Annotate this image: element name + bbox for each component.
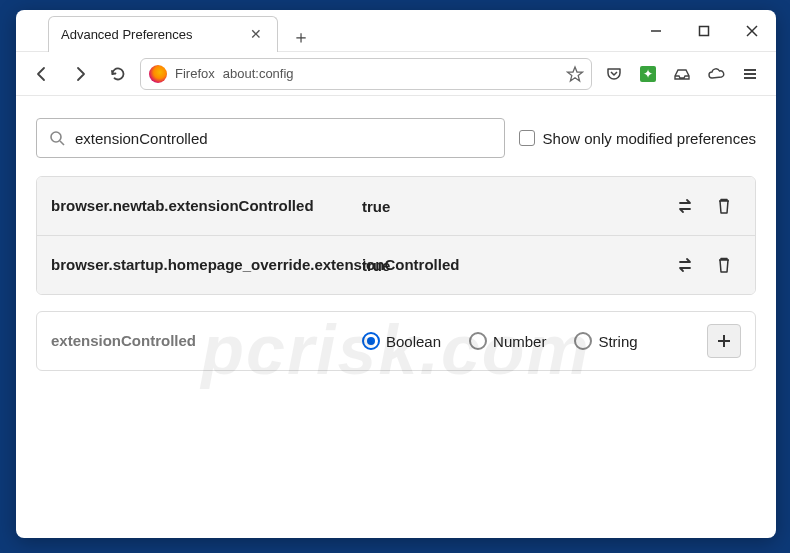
delete-button[interactable]: [707, 189, 741, 223]
reload-button[interactable]: [102, 58, 134, 90]
radio-icon: [362, 332, 380, 350]
preference-value: true: [356, 198, 669, 215]
inbox-icon: [673, 65, 691, 83]
svg-line-8: [60, 141, 64, 145]
tab-title: Advanced Preferences: [61, 27, 193, 42]
delete-button[interactable]: [707, 248, 741, 282]
pocket-button[interactable]: [598, 58, 630, 90]
arrow-left-icon: [33, 65, 51, 83]
type-radio-group: Boolean Number String: [356, 332, 707, 350]
title-bar: Advanced Preferences ✕ ＋: [16, 10, 776, 52]
checkbox-icon: [519, 130, 535, 146]
address-brand: Firefox: [175, 66, 215, 81]
cloud-button[interactable]: [700, 58, 732, 90]
row-actions: [669, 248, 741, 282]
show-modified-toggle[interactable]: Show only modified preferences: [519, 130, 756, 147]
radio-icon: [574, 332, 592, 350]
toggle-button[interactable]: [669, 248, 703, 282]
maximize-icon: [698, 25, 710, 37]
firefox-logo-icon: [149, 65, 167, 83]
type-label: String: [598, 333, 637, 350]
toggle-icon: [676, 198, 696, 214]
minimize-button[interactable]: [632, 10, 680, 52]
radio-icon: [469, 332, 487, 350]
close-icon: [746, 25, 758, 37]
search-icon: [49, 130, 65, 146]
show-modified-label: Show only modified preferences: [543, 130, 756, 147]
maximize-button[interactable]: [680, 10, 728, 52]
svg-point-7: [51, 132, 61, 142]
address-bar[interactable]: Firefox about:config: [140, 58, 592, 90]
browser-window: Advanced Preferences ✕ ＋: [16, 10, 776, 538]
page-content: Show only modified preferences browser.n…: [16, 96, 776, 538]
search-input[interactable]: [75, 130, 492, 147]
nav-toolbar: Firefox about:config ✦: [16, 52, 776, 96]
forward-button[interactable]: [64, 58, 96, 90]
cloud-icon: [706, 65, 726, 83]
preference-name: browser.startup.homepage_override.extens…: [51, 255, 356, 275]
window-controls: [632, 10, 776, 52]
preference-row[interactable]: browser.startup.homepage_override.extens…: [37, 236, 755, 294]
extension-button[interactable]: ✦: [632, 58, 664, 90]
type-number[interactable]: Number: [469, 332, 546, 350]
type-boolean[interactable]: Boolean: [362, 332, 441, 350]
pocket-icon: [605, 65, 623, 83]
bookmark-star-icon[interactable]: [563, 62, 587, 86]
tab-strip: Advanced Preferences ✕ ＋: [16, 10, 316, 52]
new-preference-row: extensionControlled Boolean Number Strin…: [36, 311, 756, 371]
row-actions: [707, 324, 741, 358]
preferences-table: browser.newtab.extensionControlled true …: [36, 176, 756, 295]
back-button[interactable]: [26, 58, 58, 90]
minimize-icon: [650, 25, 662, 37]
row-actions: [669, 189, 741, 223]
search-row: Show only modified preferences: [36, 118, 756, 158]
type-label: Number: [493, 333, 546, 350]
app-menu-button[interactable]: [734, 58, 766, 90]
trash-icon: [716, 197, 732, 215]
toggle-icon: [676, 257, 696, 273]
plus-icon: [716, 333, 732, 349]
hamburger-icon: [742, 66, 758, 82]
close-tab-icon[interactable]: ✕: [247, 25, 265, 43]
preference-name: browser.newtab.extensionControlled: [51, 196, 356, 216]
type-string[interactable]: String: [574, 332, 637, 350]
new-preference-name: extensionControlled: [51, 331, 356, 351]
extension-icon: ✦: [640, 66, 656, 82]
preference-row[interactable]: browser.newtab.extensionControlled true: [37, 177, 755, 236]
arrow-right-icon: [71, 65, 89, 83]
address-url: about:config: [223, 66, 555, 81]
inbox-button[interactable]: [666, 58, 698, 90]
new-tab-button[interactable]: ＋: [286, 22, 316, 52]
preference-value: true: [356, 257, 669, 274]
add-preference-button[interactable]: [707, 324, 741, 358]
type-label: Boolean: [386, 333, 441, 350]
toolbar-right-icons: ✦: [598, 58, 766, 90]
toggle-button[interactable]: [669, 189, 703, 223]
reload-icon: [109, 65, 127, 83]
close-window-button[interactable]: [728, 10, 776, 52]
tab-advanced-preferences[interactable]: Advanced Preferences ✕: [48, 16, 278, 52]
trash-icon: [716, 256, 732, 274]
config-search-box[interactable]: [36, 118, 505, 158]
svg-rect-1: [700, 26, 709, 35]
